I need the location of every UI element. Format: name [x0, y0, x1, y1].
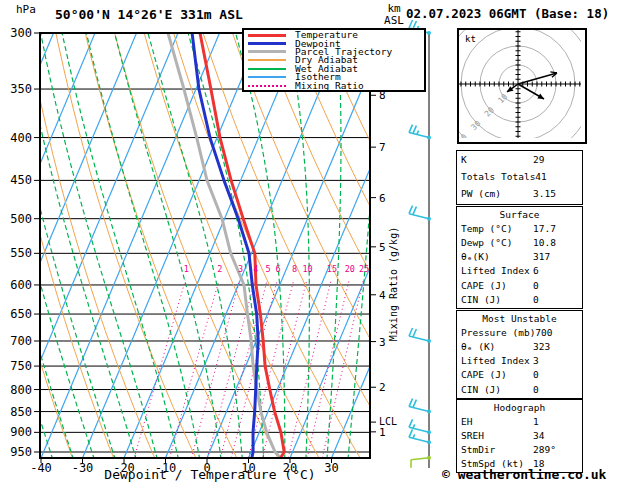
stats-panel: SurfaceTemp (°C)17.7Dewp (°C)10.8θₑ(K)31… [456, 206, 583, 309]
stats-panel: K29Totals Totals41PW (cm)3.15 [456, 150, 583, 205]
svg-text:-40: -40 [30, 461, 52, 475]
mixing-ratio-axis-label: Mixing Ratio (g/kg) [388, 219, 402, 349]
legend-line-sample [248, 59, 286, 61]
svg-text:15: 15 [327, 264, 337, 274]
svg-text:1: 1 [379, 426, 386, 439]
stat-label: Temp (°C) [461, 223, 533, 234]
svg-text:2: 2 [217, 264, 222, 274]
sounding-page: 3003504004505005506006507007508008509009… [0, 0, 629, 486]
svg-text:700: 700 [10, 334, 32, 348]
svg-text:500: 500 [10, 212, 32, 226]
table-row: StmDir289° [457, 442, 582, 456]
stat-label: Totals Totals [461, 171, 535, 182]
stat-value: 17.7 [533, 223, 556, 234]
stat-label: θₑ (K) [461, 341, 533, 352]
svg-text:LCL: LCL [379, 416, 397, 427]
table-row: PW (cm)3.15 [457, 185, 582, 202]
legend-line-sample [248, 50, 286, 53]
svg-text:1: 1 [184, 264, 189, 274]
panel-title: Hodograph [457, 400, 582, 414]
stat-value: 0 [533, 384, 539, 395]
svg-text:800: 800 [10, 383, 32, 397]
table-row: K29 [457, 151, 582, 168]
hodograph-plot: 10203040kt [459, 30, 581, 138]
stat-label: PW (cm) [461, 188, 533, 199]
stat-value: 29 [533, 154, 544, 165]
stat-value: 6 [533, 265, 539, 276]
stat-label: Lifted Index [461, 265, 533, 276]
stat-label: SREH [461, 430, 533, 441]
table-row: CIN (J)0 [457, 292, 582, 306]
stat-label: EH [461, 416, 533, 427]
table-row: θₑ (K)323 [457, 339, 582, 353]
svg-text:25: 25 [359, 264, 369, 274]
stat-value: 0 [533, 369, 539, 380]
svg-text:3: 3 [379, 336, 386, 349]
stat-value: 10.8 [533, 237, 556, 248]
stat-label: K [461, 154, 533, 165]
stat-value: 289° [533, 444, 556, 455]
table-row: Dewp (°C)10.8 [457, 235, 582, 249]
pressure-axis-unit: hPa [16, 3, 36, 16]
stat-value: 3 [533, 355, 539, 366]
stat-value: 323 [533, 341, 550, 352]
x-axis-label: Dewpoint / Temperature (°C) [60, 467, 360, 482]
stat-value: 700 [535, 327, 552, 338]
svg-text:6: 6 [379, 192, 386, 205]
table-row: θₑ(K)317 [457, 250, 582, 264]
svg-text:750: 750 [10, 359, 32, 373]
table-row: Lifted Index6 [457, 264, 582, 278]
svg-text:20: 20 [483, 105, 496, 118]
stat-value: 1 [533, 416, 539, 427]
svg-text:850: 850 [10, 405, 32, 419]
svg-text:550: 550 [10, 246, 32, 260]
svg-text:8: 8 [292, 264, 297, 274]
stats-panel: Most UnstablePressure (mb)700θₑ (K)323Li… [456, 310, 583, 399]
stat-value: 41 [535, 171, 546, 182]
stat-value: 34 [533, 430, 544, 441]
svg-text:600: 600 [10, 278, 32, 292]
svg-text:kt: kt [465, 34, 476, 44]
svg-text:7: 7 [379, 141, 386, 154]
svg-text:10: 10 [302, 264, 312, 274]
svg-text:20: 20 [345, 264, 355, 274]
stats-panel: HodographEH1SREH34StmDir289°StmSpd (kt)1… [456, 399, 583, 473]
svg-text:900: 900 [10, 425, 32, 439]
svg-text:30: 30 [469, 119, 482, 132]
stat-label: CAPE (J) [461, 280, 533, 291]
svg-text:10: 10 [496, 92, 509, 105]
table-row: EH1 [457, 414, 582, 428]
svg-text:950: 950 [10, 445, 32, 459]
hodograph: 10203040kt [457, 28, 587, 144]
panel-title: Most Unstable [457, 311, 582, 325]
stat-label: CIN (J) [461, 294, 533, 305]
svg-text:5: 5 [379, 241, 386, 254]
legend-item: Mixing Ratio [244, 81, 424, 89]
table-row: SREH34 [457, 428, 582, 442]
svg-text:350: 350 [10, 82, 32, 96]
page-title: 50°00'N 14°26'E 331m ASL [55, 7, 243, 22]
svg-text:4: 4 [379, 289, 386, 302]
stat-label: CAPE (J) [461, 369, 533, 380]
svg-text:4: 4 [253, 264, 258, 274]
svg-text:3: 3 [238, 264, 243, 274]
chart-legend: TemperatureDewpointParcel TrajectoryDry … [242, 28, 426, 92]
svg-text:5: 5 [265, 264, 270, 274]
svg-text:6: 6 [276, 264, 281, 274]
legend-line-sample [248, 42, 286, 45]
svg-text:2: 2 [379, 381, 386, 394]
panel-title: Surface [457, 207, 582, 221]
table-row: CIN (J)0 [457, 382, 582, 396]
table-row: Temp (°C)17.7 [457, 221, 582, 235]
datetime-label: 02.07.2023 06GMT (Base: 18) [406, 6, 609, 21]
copyright: © weatheronline.co.uk [442, 467, 606, 482]
legend-line-sample [248, 76, 286, 78]
stat-label: Dewp (°C) [461, 237, 533, 248]
table-row: Totals Totals41 [457, 168, 582, 185]
svg-text:400: 400 [10, 131, 32, 145]
stat-label: Pressure (mb) [461, 327, 535, 338]
table-row: Pressure (mb)700 [457, 325, 582, 339]
stat-label: StmDir [461, 444, 533, 455]
legend-line-sample [248, 34, 286, 37]
svg-text:650: 650 [10, 307, 32, 321]
